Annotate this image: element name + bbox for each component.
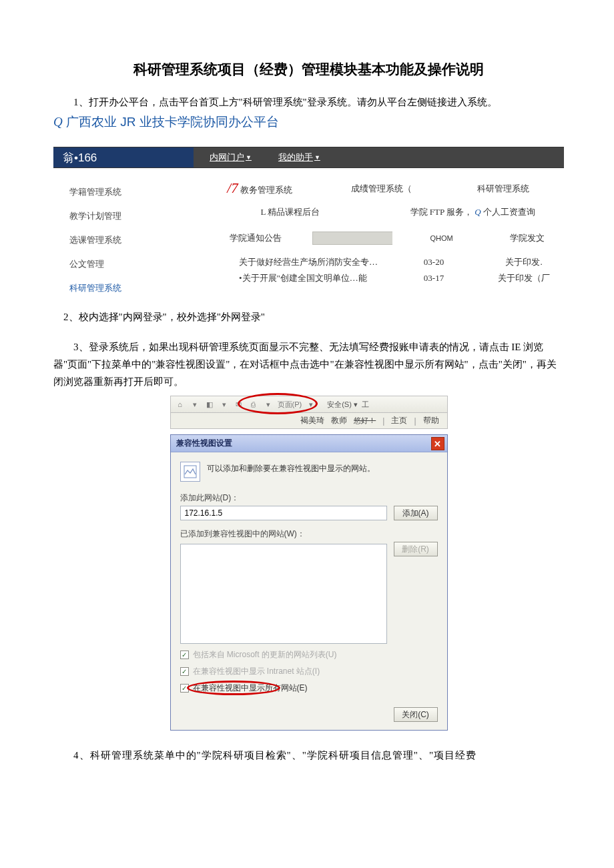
notice-item-text[interactable]: 关于做好经营生产场所消防安全专…	[239, 256, 384, 268]
paragraph-1: 1、打开办公平台，点击平台首页上方"科研管理系统"登录系统。请勿从平台左侧链接进…	[53, 93, 564, 111]
added-sites-listbox[interactable]	[180, 544, 387, 644]
user-role: 教师	[331, 415, 347, 426]
nav-intranet-portal[interactable]: 内网门户 ▼	[210, 151, 252, 163]
separator: |	[382, 416, 384, 426]
notice-row: 学院通知公告 QHOM 学院发文	[199, 228, 564, 254]
platform-q-mark: Q	[53, 115, 63, 129]
globe-icon	[180, 462, 200, 482]
sidebar-item[interactable]: 选课管理系统	[69, 228, 194, 252]
dropdown-icon: ▾	[190, 400, 200, 409]
link-home[interactable]: 主页	[391, 415, 407, 426]
nav-my-assistant[interactable]: 我的助手 ▼	[278, 151, 320, 163]
dialog-intro: 可以添加和删除要在兼容性视图中显示的网站。	[180, 462, 438, 482]
sidebar-item[interactable]: 公文管理	[69, 252, 194, 276]
checkbox-icon: ✓	[180, 650, 189, 659]
delete-button: 删除(R)	[394, 542, 438, 556]
home-icon[interactable]: ⌂	[175, 400, 186, 408]
compat-view-figure: ⌂▾ ◧▾ ✉ ⎙▾ 页面(P)▾ 安全(S) ▾ 工 褐美琦 教师 悠好！ |…	[170, 396, 448, 731]
link-ftp-salary[interactable]: 学院 FTP 服务， Q 个人工资查询	[382, 206, 565, 218]
close-button-label: 关闭(C)	[402, 709, 429, 721]
checkbox-icon: ✓	[180, 667, 189, 676]
checkbox-intranet[interactable]: ✓ 在兼容性视图中显示 Intranet 站点(I)	[180, 666, 438, 677]
link-jiaowu[interactable]: /7 教务管理系统	[199, 180, 320, 197]
user-name: 褐美琦	[300, 415, 324, 426]
link-jiaowu-label: 教务管理系统	[240, 185, 292, 195]
safety-menu[interactable]: 安全(S) ▾	[327, 400, 358, 410]
header-nav: 内网门户 ▼ 我的助手 ▼	[194, 147, 564, 167]
shaded-box	[312, 232, 392, 245]
notice-item-row: •关于开展"创建全国文明单位…能 03-17 关于印发（厂	[199, 270, 564, 286]
doc-title: 科研管理系统项目（经费）管理模块基本功能及操作说明	[53, 60, 564, 79]
dialog-intro-text: 可以添加和删除要在兼容性视图中显示的网站。	[207, 462, 375, 474]
paragraph-2-text: 2、校内选择"内网登录"，校外选择"外网登录"	[63, 312, 265, 322]
second-links-row: L 精品课程后台 学院 FTP 服务， Q 个人工资查询	[199, 206, 564, 228]
dialog-footer: 关闭(C)	[171, 701, 447, 730]
close-button[interactable]: 关闭(C)	[394, 707, 438, 722]
link-keyan[interactable]: 科研管理系统	[442, 183, 564, 195]
nav-intranet-label: 内网门户	[210, 151, 244, 163]
chevron-down-icon: ▼	[246, 154, 252, 161]
safety-label: 安全(S)	[327, 400, 352, 408]
top-links-row: /7 教务管理系统 成绩管理系统（ 科研管理系统	[199, 180, 564, 206]
platform-name-line: Q 广西农业 JR 业技卡学院协同办公平台	[53, 113, 564, 131]
notice-item-date: 03-17	[384, 273, 484, 284]
dialog-titlebar: 兼容性视图设置	[171, 435, 447, 452]
dialog-title-text: 兼容性视图设置	[176, 438, 232, 449]
added-sites-label: 已添加到兼容性视图中的网站(W)：	[180, 528, 438, 540]
user-greet: 悠好！	[354, 416, 376, 426]
main-content: /7 教务管理系统 成绩管理系统（ 科研管理系统 L 精品课程后台 学院 FTP…	[194, 168, 564, 307]
link-help[interactable]: 帮助	[423, 415, 439, 426]
app-header-bar: 翁•166 内网门户 ▼ 我的助手 ▼	[53, 147, 564, 168]
checkbox-ms-updates[interactable]: ✓ 包括来自 Microsoft 的更新的网站列表(U)	[180, 649, 438, 661]
platform-name: 广西农业 JR 业技卡学院协同办公平台	[66, 115, 279, 129]
add-button-label: 添加(A)	[402, 508, 429, 519]
qhom-text: QHOM	[392, 234, 491, 242]
checkbox-all-sites[interactable]: ✓ 在兼容性视图中显示所有网站(E)	[180, 683, 438, 694]
compat-view-dialog: 兼容性视图设置 ✕ 可以添加和删除要在兼容性视图中显示的网站。 添加此网站(D)…	[170, 434, 448, 731]
paragraph-3: 3、登录系统后，如果出现科研管理系统页面显示不完整、无法填写经费报账申请表的情况…	[53, 338, 564, 391]
chevron-down-icon: ▼	[314, 154, 320, 161]
notice-label: 学院通知公告	[199, 232, 312, 244]
paragraph-2: 2、校内选择"内网登录"，校外选择"外网登录"	[53, 308, 564, 326]
main-grid: 学籍管理系统 教学计划管理 选课管理系统 公文管理 科研管理系统 /7 教务管理…	[53, 168, 564, 307]
slash7-mark: /7	[227, 180, 238, 196]
fawen-label: 学院发文	[491, 232, 564, 244]
close-icon[interactable]: ✕	[431, 437, 444, 450]
user-info-bar: 褐美琦 教师 悠好！ | 主页 | 帮助	[170, 413, 448, 429]
add-button[interactable]: 添加(A)	[394, 506, 438, 520]
paragraph-4: 4、科研管理系统菜单中的"学院科研项目检索"、"学院科研项目信息管理"、"项目经…	[53, 747, 564, 764]
link-jingpin[interactable]: L 精品课程后台	[199, 206, 382, 218]
separator: |	[414, 416, 416, 426]
salary-text: 个人工资查询	[483, 207, 535, 217]
notice-item-row: 关于做好经营生产场所消防安全专… 03-20 关于印发.	[199, 254, 564, 270]
red-highlight-oval	[238, 393, 318, 414]
delete-button-label: 删除(R)	[402, 544, 429, 555]
add-site-input[interactable]	[180, 506, 387, 520]
notice-item-text[interactable]: •关于开展"创建全国文明单位…能	[239, 272, 384, 284]
sidebar-item[interactable]: 学籍管理系统	[69, 180, 194, 204]
tools-menu-trunc[interactable]: 工	[362, 400, 369, 410]
checkbox-intranet-label: 在兼容性视图中显示 Intranet 站点(I)	[193, 666, 320, 677]
dropdown-icon: ▾	[219, 400, 230, 409]
checkbox-ms-label: 包括来自 Microsoft 的更新的网站列表(U)	[193, 649, 337, 661]
sidebar: 学籍管理系统 教学计划管理 选课管理系统 公文管理 科研管理系统	[53, 168, 194, 307]
sidebar-item-research[interactable]: 科研管理系统	[69, 276, 194, 300]
notice-item-date: 03-20	[384, 257, 484, 268]
fawen-item[interactable]: 关于印发.	[484, 256, 564, 268]
feed-icon[interactable]: ◧	[204, 400, 215, 409]
q-mark-icon: Q	[475, 207, 481, 217]
dialog-body: 可以添加和删除要在兼容性视图中显示的网站。 添加此网站(D)： 添加(A) 已添…	[171, 452, 447, 701]
sidebar-item[interactable]: 教学计划管理	[69, 204, 194, 228]
header-left-cell: 翁•166	[53, 147, 194, 167]
nav-assistant-label: 我的助手	[278, 151, 313, 163]
ftp-text: 学院 FTP 服务，	[410, 207, 473, 217]
fawen-item[interactable]: 关于印发（厂	[484, 272, 564, 284]
add-site-label: 添加此网站(D)：	[180, 492, 438, 504]
ie-toolbar: ⌂▾ ◧▾ ✉ ⎙▾ 页面(P)▾ 安全(S) ▾ 工	[170, 396, 448, 413]
link-chengji[interactable]: 成绩管理系统（	[320, 183, 442, 195]
